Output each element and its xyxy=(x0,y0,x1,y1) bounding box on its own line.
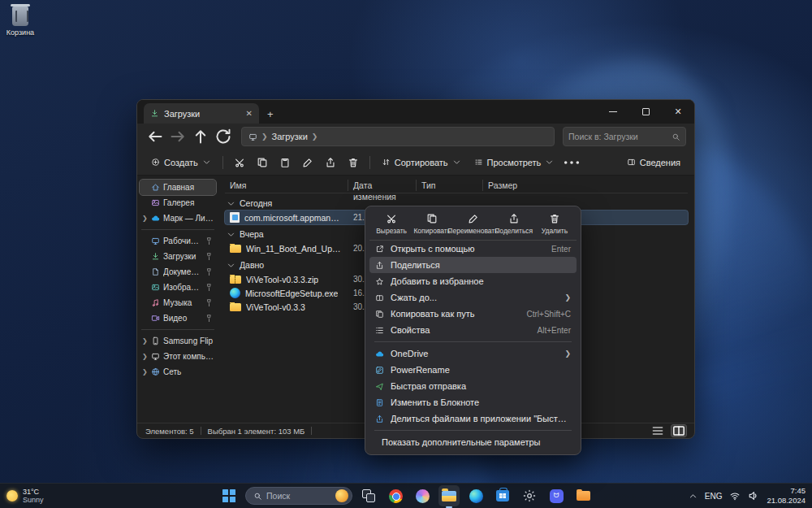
menu-item-more-options[interactable]: Показать дополнительные параметры xyxy=(369,434,577,450)
hidden-icons-chevron-icon[interactable] xyxy=(689,492,698,501)
share-quick-button[interactable]: Поделиться xyxy=(494,213,534,235)
copilot-taskbar-icon[interactable] xyxy=(412,485,433,506)
tab-downloads[interactable]: Загрузки ✕ xyxy=(144,103,259,124)
rename-quick-button[interactable]: Переименовать xyxy=(452,213,493,235)
navigation-pane: ГлавнаяГалерея❯Марк — ЛичноеРабочий стол… xyxy=(137,176,218,423)
address-bar[interactable]: ❯ Загрузки ❯ xyxy=(241,127,555,146)
column-header-size[interactable]: Размер xyxy=(483,180,532,191)
up-button[interactable] xyxy=(191,127,210,146)
rename-button[interactable] xyxy=(297,153,318,172)
explorer-search-input[interactable] xyxy=(568,132,668,141)
details-pane-button[interactable]: Сведения xyxy=(621,154,686,171)
sidebar-item-downloads[interactable]: Загрузки xyxy=(140,249,216,264)
sidebar-item-documents[interactable]: Документы xyxy=(140,264,216,280)
file-explorer-taskbar-icon[interactable] xyxy=(438,485,460,506)
edge-taskbar-icon[interactable] xyxy=(465,485,486,506)
new-tab-button[interactable]: + xyxy=(267,108,274,120)
column-header-date[interactable]: Дата изменения xyxy=(348,180,417,191)
expand-chevron-icon[interactable]: ❯ xyxy=(142,368,148,376)
more-options-button[interactable] xyxy=(561,153,582,172)
title-bar[interactable]: Загрузки ✕ + ✕ xyxy=(137,100,694,124)
menu-item-properties[interactable]: СвойстваAlt+Enter xyxy=(369,322,577,338)
chevron-down-icon xyxy=(202,158,211,167)
sidebar-item-label: Видео xyxy=(163,314,201,323)
refresh-button[interactable] xyxy=(214,127,233,146)
taskbar-search-box[interactable] xyxy=(245,487,352,505)
paste-button[interactable] xyxy=(274,153,296,172)
back-button[interactable] xyxy=(145,127,165,146)
menu-item-label: Показать дополнительные параметры xyxy=(382,437,571,447)
maximize-button[interactable] xyxy=(629,100,662,124)
delete-quick-button[interactable]: Удалить xyxy=(534,213,575,235)
settings-taskbar-icon[interactable] xyxy=(519,485,540,506)
column-header-name[interactable]: Имя xyxy=(225,180,348,191)
copy-button[interactable] xyxy=(252,153,273,172)
weather-widget[interactable]: 31°C Sunny xyxy=(6,488,44,505)
sidebar-item-gallery[interactable]: Галерея xyxy=(140,195,216,211)
discord-taskbar-icon[interactable]: ᗢ xyxy=(546,485,567,506)
menu-item-notepad[interactable]: Изменить в Блокноте xyxy=(369,394,577,410)
menu-item-open-with[interactable]: Открыть с помощьюEnter xyxy=(369,241,577,257)
clock[interactable]: 7:45 21.08.2024 xyxy=(767,486,806,506)
menu-item-label: PowerRename xyxy=(391,365,571,375)
sidebar-item-label: Документы xyxy=(163,267,201,276)
menu-item-compress[interactable]: Сжать до...❯ xyxy=(369,289,577,306)
sidebar-item-computer[interactable]: ❯Этот компьютер xyxy=(140,349,216,364)
start-button[interactable] xyxy=(218,485,240,506)
sidebar-item-label: Этот компьютер xyxy=(163,352,214,361)
details-view-toggle[interactable] xyxy=(672,425,686,436)
cut-button[interactable] xyxy=(229,153,250,172)
language-indicator[interactable]: ENG xyxy=(705,492,723,501)
forward-button[interactable] xyxy=(168,127,188,146)
menu-item-powerrename[interactable]: PowerRename xyxy=(369,362,577,378)
explorer-search-box[interactable] xyxy=(563,127,686,146)
minimize-button[interactable] xyxy=(597,100,629,124)
recycle-bin-desktop-icon[interactable]: Корзина xyxy=(5,7,36,37)
sort-button[interactable]: Сортировать xyxy=(376,154,467,171)
sidebar-item-network[interactable]: ❯Сеть xyxy=(140,364,216,380)
new-button[interactable]: Создать xyxy=(145,154,217,171)
task-view-taskbar-icon[interactable] xyxy=(358,485,379,506)
breadcrumb-downloads[interactable]: Загрузки xyxy=(272,132,308,141)
menu-item-quick-share[interactable]: Быстрая отправка xyxy=(369,378,577,394)
expand-chevron-icon[interactable]: ❯ xyxy=(142,353,148,360)
submenu-chevron-icon: ❯ xyxy=(564,293,571,302)
sidebar-item-phone[interactable]: ❯Samsung Flip xyxy=(140,333,216,349)
menu-item-share-app[interactable]: Делиться файлами в приложении "Быстрая xyxy=(369,410,577,427)
store-taskbar-icon[interactable] xyxy=(492,485,513,506)
taskbar-search-input[interactable] xyxy=(266,491,331,501)
status-divider xyxy=(201,427,201,435)
menu-item-favorite[interactable]: Добавить в избранное xyxy=(369,273,577,289)
folder-orange-taskbar-icon[interactable] xyxy=(572,485,594,506)
menu-item-share[interactable]: Поделиться xyxy=(369,257,577,273)
sidebar-item-onedrive[interactable]: ❯Марк — Личное xyxy=(140,211,216,226)
home-icon xyxy=(151,183,160,192)
submenu-chevron-icon: ❯ xyxy=(564,350,571,358)
column-header-type[interactable]: Тип xyxy=(417,180,483,191)
sidebar-item-music[interactable]: Музыка xyxy=(140,295,216,310)
menu-item-copy-path[interactable]: Копировать как путьCtrl+Shift+C xyxy=(369,306,577,322)
close-button[interactable]: ✕ xyxy=(662,100,694,124)
sidebar-item-pictures[interactable]: Изображения xyxy=(140,280,216,295)
sidebar-item-desktop[interactable]: Рабочий стол xyxy=(140,233,216,249)
menu-item-label: Сжать до... xyxy=(391,293,558,302)
cut-quick-button[interactable]: Вырезать xyxy=(371,213,412,235)
share-button[interactable] xyxy=(320,153,341,172)
copy-quick-button[interactable]: Копировать xyxy=(412,213,452,235)
menu-item-label: Копировать как путь xyxy=(391,309,520,319)
menu-item-label: Делиться файлами в приложении "Быстрая xyxy=(391,414,571,423)
menu-item-onedrive[interactable]: OneDrive❯ xyxy=(369,345,577,362)
view-button[interactable]: Просмотреть xyxy=(469,154,560,171)
delete-icon xyxy=(348,157,359,168)
tab-close-icon[interactable]: ✕ xyxy=(246,109,253,118)
delete-button[interactable] xyxy=(343,153,364,172)
wifi-icon[interactable] xyxy=(729,490,741,501)
menu-shortcut: Enter xyxy=(551,245,571,254)
sidebar-item-videos[interactable]: Видео xyxy=(140,310,216,326)
sidebar-item-home[interactable]: Главная xyxy=(140,180,216,195)
expand-chevron-icon[interactable]: ❯ xyxy=(142,215,148,222)
list-view-toggle[interactable] xyxy=(650,425,665,436)
expand-chevron-icon[interactable]: ❯ xyxy=(142,337,148,345)
speaker-icon[interactable] xyxy=(748,490,759,501)
chrome-taskbar-icon[interactable] xyxy=(385,485,406,506)
